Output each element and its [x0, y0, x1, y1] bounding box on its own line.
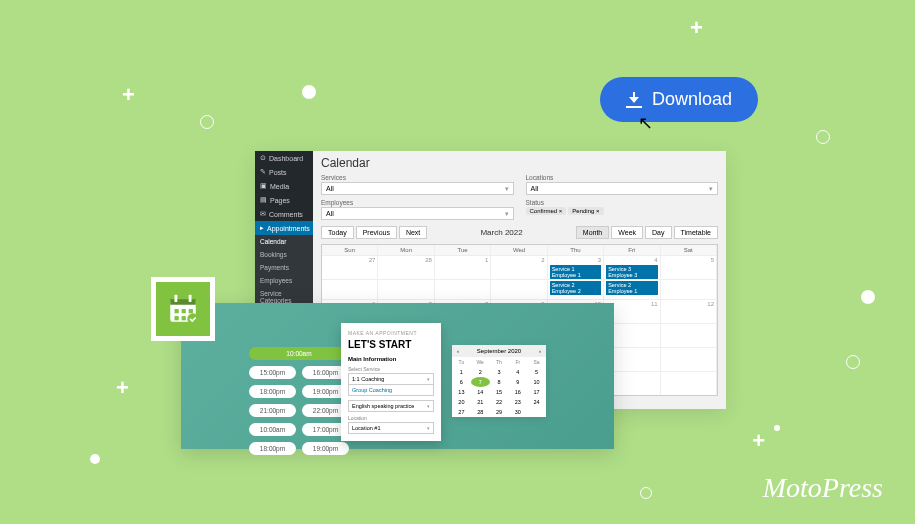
svg-rect-4	[175, 309, 179, 313]
mc-day[interactable]: 21	[471, 397, 490, 407]
event[interactable]: Service 2Employee 2	[550, 281, 601, 295]
slot[interactable]: 19:00pm	[302, 442, 349, 455]
mini-calendar: September 2020 TuWeThFrSa123456789101314…	[452, 345, 546, 417]
location-select[interactable]: Location #1	[348, 422, 434, 434]
svg-rect-2	[175, 295, 178, 302]
sb-posts[interactable]: ✎Posts	[255, 165, 313, 179]
mc-day[interactable]: 29	[490, 407, 509, 417]
view-timetable[interactable]: Timetable	[674, 226, 718, 239]
practice-select[interactable]: English speaking practice	[348, 400, 434, 412]
mc-day[interactable]: 24	[527, 397, 546, 407]
mc-day[interactable]: 17	[527, 387, 546, 397]
event[interactable]: Service 3Employee 3	[606, 265, 657, 279]
mc-day[interactable]: 5	[527, 367, 546, 377]
mc-day[interactable]: 1	[452, 367, 471, 377]
tag-pending[interactable]: Pending ×	[568, 207, 603, 215]
svg-rect-5	[182, 309, 186, 313]
slot[interactable]: 18:00pm	[249, 385, 296, 398]
view-day[interactable]: Day	[645, 226, 671, 239]
time-slots: 10:00am 15:00pm16:00pm 18:00pm19:00pm 21…	[249, 347, 349, 461]
sb-media[interactable]: ▣Media	[255, 179, 313, 193]
sub-bookings[interactable]: Bookings	[255, 248, 313, 261]
sb-appointments[interactable]: ▸Appointments	[255, 221, 313, 235]
mc-day[interactable]: 13	[452, 387, 471, 397]
tag-confirmed[interactable]: Confirmed ×	[526, 207, 567, 215]
svg-rect-3	[189, 295, 192, 302]
calendar-badge-icon	[151, 277, 215, 341]
mc-day[interactable]: 27	[452, 407, 471, 417]
mc-day[interactable]: 4	[508, 367, 527, 377]
event[interactable]: Service 1Employee 1	[550, 265, 601, 279]
download-button[interactable]: Download	[600, 77, 758, 122]
service-select[interactable]: 1:1 Coaching	[348, 373, 434, 385]
modal-title: LET'S START	[348, 339, 434, 350]
mc-day[interactable]: 16	[508, 387, 527, 397]
event[interactable]: Service 2Employee 1	[606, 281, 657, 295]
sub-payments[interactable]: Payments	[255, 261, 313, 274]
mc-day[interactable]: 10	[527, 377, 546, 387]
sb-comments[interactable]: ✉Comments	[255, 207, 313, 221]
service-option[interactable]: Group Coaching	[348, 385, 434, 396]
svg-rect-6	[189, 309, 193, 313]
slot[interactable]: 18:00pm	[249, 442, 296, 455]
mc-day[interactable]: 28	[471, 407, 490, 417]
mc-day[interactable]: 6	[452, 377, 471, 387]
sub-employees[interactable]: Employees	[255, 274, 313, 287]
btn-prev[interactable]: Previous	[356, 226, 397, 239]
sub-calendar[interactable]: Calendar	[255, 235, 313, 248]
download-icon	[626, 92, 642, 108]
mc-day[interactable]: 20	[452, 397, 471, 407]
mc-day[interactable]: 22	[490, 397, 509, 407]
svg-rect-7	[175, 316, 179, 320]
svg-rect-8	[182, 316, 186, 320]
sb-pages[interactable]: ▤Pages	[255, 193, 313, 207]
mc-day[interactable]: 14	[471, 387, 490, 397]
employees-select[interactable]: All	[321, 207, 514, 220]
slot[interactable]: 10:00am	[249, 347, 349, 360]
mc-day[interactable]: 2	[471, 367, 490, 377]
btn-next[interactable]: Next	[399, 226, 427, 239]
cursor-icon: ↖	[638, 112, 653, 134]
mc-day[interactable]: 9	[508, 377, 527, 387]
mc-day[interactable]: 7	[471, 377, 490, 387]
motopress-logo: MotoPress	[763, 472, 883, 504]
mc-day[interactable]: 8	[490, 377, 509, 387]
sb-dashboard[interactable]: ⊙Dashboard	[255, 151, 313, 165]
booking-modal: MAKE AN APPOINTMENT LET'S START Main Inf…	[341, 323, 441, 441]
current-month: March 2022	[480, 228, 522, 237]
mc-day[interactable]	[527, 407, 546, 417]
slot[interactable]: 15:00pm	[249, 366, 296, 379]
mc-day[interactable]: 23	[508, 397, 527, 407]
view-week[interactable]: Week	[611, 226, 643, 239]
mc-day[interactable]: 30	[508, 407, 527, 417]
svg-point-9	[187, 313, 198, 324]
mc-month[interactable]: September 2020	[452, 345, 546, 357]
mc-day[interactable]: 3	[490, 367, 509, 377]
mc-day[interactable]: 15	[490, 387, 509, 397]
services-select[interactable]: All	[321, 182, 514, 195]
slot[interactable]: 10:00am	[249, 423, 296, 436]
btn-today[interactable]: Today	[321, 226, 354, 239]
page-title: Calendar	[321, 156, 718, 170]
download-label: Download	[652, 89, 732, 110]
slot[interactable]: 21:00pm	[249, 404, 296, 417]
view-month[interactable]: Month	[576, 226, 609, 239]
booking-widget: 10:00am 15:00pm16:00pm 18:00pm19:00pm 21…	[181, 303, 614, 449]
locations-select[interactable]: All	[526, 182, 719, 195]
svg-rect-1	[170, 299, 196, 305]
